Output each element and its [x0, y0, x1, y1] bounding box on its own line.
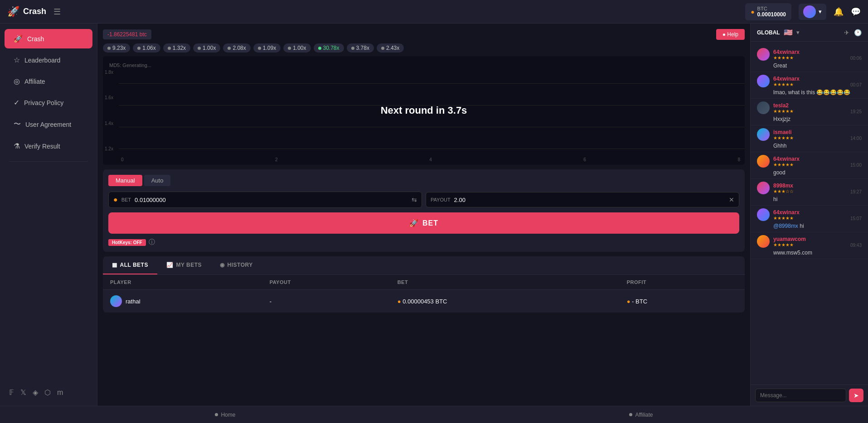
message-header: yuamawcom ★★★★★ 09:43 [757, 235, 862, 248]
grid-line [119, 105, 745, 106]
history-badge[interactable]: 2.43x [377, 43, 404, 53]
message-time: 09:43 [850, 243, 862, 248]
message-header: ismaeli ★★★★★ 14:00 [757, 128, 862, 141]
btc-coin-icon: ● [113, 196, 118, 204]
message-text: Great [757, 62, 862, 69]
bet-arrows-icon[interactable]: ⇆ [412, 196, 417, 203]
footer-dot-icon [215, 413, 218, 416]
player-name: rathal [126, 298, 141, 305]
medium-icon[interactable]: m [57, 389, 63, 397]
history-row: 9.23x1.06x1.32x1.00x2.08x1.09x1.00x30.78… [103, 43, 745, 53]
chat-send-button[interactable]: ➤ [849, 389, 863, 402]
payout-clear-icon[interactable]: ✕ [729, 196, 734, 203]
x-label: 8 [737, 157, 740, 162]
sidebar-item-label: User Agreement [25, 121, 71, 128]
x-label: 0 [121, 157, 124, 162]
player-cell: rathal [103, 290, 262, 313]
sidebar-item-user-agreement[interactable]: 〜 User Agreement [5, 114, 92, 135]
history-badge[interactable]: 1.32x [163, 43, 190, 53]
help-button[interactable]: ● Help [716, 29, 745, 40]
message-username: 64xwinarx [773, 49, 800, 55]
sidebar-item-label: Leaderboard [24, 57, 60, 64]
message-time: 15:00 [850, 163, 862, 168]
instagram-icon[interactable]: ⬡ [44, 388, 51, 397]
sidebar-item-leaderboard[interactable]: ☆ Leaderboard [5, 50, 92, 70]
bet-tabs: Manual Auto [108, 175, 739, 186]
btc-icon: ● [751, 8, 754, 15]
message-text: Ghhh [757, 143, 862, 149]
chat-message-input[interactable] [755, 389, 846, 402]
message-user-info: ismaeli ★★★★★ [773, 129, 794, 140]
logo: 🚀 Crash [7, 6, 46, 18]
chevron-down-icon[interactable]: ▾ [796, 29, 800, 36]
footer-affiliate[interactable]: Affiliate [629, 412, 653, 418]
discord-icon[interactable]: ◈ [33, 388, 38, 397]
bet-button[interactable]: 🚀 BET [108, 212, 739, 234]
message-avatar [757, 182, 770, 194]
clock-icon[interactable]: 🕐 [854, 29, 862, 36]
history-badge[interactable]: 1.06x [133, 43, 160, 53]
bet-input[interactable] [135, 197, 408, 203]
twitter-icon[interactable]: 𝕏 [20, 388, 26, 397]
btc-amount: 0.00010000 [757, 11, 786, 18]
payout-label: PAYOUT [431, 197, 451, 202]
sidebar-item-verify[interactable]: ⚗ Verify Result [5, 136, 92, 156]
hotkeys-badge[interactable]: HotKeys: OFF [108, 239, 146, 246]
bet-button-label: BET [422, 219, 438, 227]
next-round-label: Next round in 3.7s [381, 105, 467, 116]
tab-history-label: HISTORY [228, 262, 253, 268]
history-badge[interactable]: 1.09x [253, 43, 281, 53]
history-badge[interactable]: 3.78x [347, 43, 374, 53]
tab-manual[interactable]: Manual [108, 175, 142, 186]
history-badge[interactable]: 1.00x [283, 43, 310, 53]
chat-toggle-icon[interactable]: 💬 [851, 7, 861, 17]
history-badge[interactable]: 30.78x [314, 43, 344, 53]
notification-bell-icon[interactable]: 🔔 [834, 7, 844, 17]
tab-auto[interactable]: Auto [144, 175, 171, 186]
grid-line [119, 149, 745, 149]
message-username: ismaeli [773, 129, 794, 135]
bet-cell: ● 0.00000453 BTC [390, 290, 620, 313]
sidebar-divider [9, 161, 88, 162]
sidebar-item-affiliate[interactable]: ◎ Affiliate [5, 72, 92, 91]
content-area: -1.86225481 btc ● Help 9.23x1.06x1.32x1.… [97, 24, 750, 406]
y-label: 1.2x [105, 146, 113, 151]
history-badge[interactable]: 1.00x [193, 43, 220, 53]
table-header-row: PLAYER PAYOUT BET PROFIT [103, 275, 745, 290]
game-canvas: MD5: Generating... 1.8x 1.6x 1.4x 1.2x N… [103, 56, 745, 165]
btc-label: BTC [757, 6, 786, 11]
message-stars: ★★★★★ [773, 162, 800, 167]
header-right: ● BTC 0.00010000 ▾ 🔔 💬 [745, 3, 861, 20]
message-user-info: yuamawcom ★★★★★ [773, 236, 806, 247]
info-icon[interactable]: ⓘ [149, 238, 155, 246]
y-label: 1.4x [105, 121, 113, 126]
message-username: yuamawcom [773, 236, 806, 242]
sidebar-item-crash[interactable]: 🚀 Crash [5, 29, 92, 48]
message-username: 64xwinarx [773, 76, 800, 82]
top-header: 🚀 Crash ☰ ● BTC 0.00010000 ▾ 🔔 💬 [0, 0, 868, 24]
tab-my-bets[interactable]: 📈 MY BETS [157, 256, 211, 274]
hamburger-button[interactable]: ☰ [52, 5, 63, 19]
chat-input-area: ➤ [751, 385, 868, 406]
history-badge[interactable]: 2.08x [223, 43, 250, 53]
chevron-down-icon: ▾ [819, 8, 822, 15]
message-text: lmao, what is this 😂😂😂😂😂 [757, 89, 862, 96]
tab-all-bets[interactable]: ▦ ALL BETS [103, 256, 157, 274]
sidebar-item-privacy[interactable]: ✓ Privacy Policy [5, 93, 92, 112]
table-row: rathal - ● 0.00000453 BTC ● - BTC [103, 290, 745, 313]
hotkeys-row: HotKeys: OFF ⓘ [108, 238, 739, 246]
chat-message: 64xwinarx ★★★★★ 00:06 Great [751, 45, 868, 72]
chat-message: 64xwinarx ★★★★★ 00:07 lmao, what is this… [751, 72, 868, 99]
message-avatar [757, 155, 770, 168]
tab-history[interactable]: ◉ HISTORY [211, 256, 262, 274]
send-icon[interactable]: ✈ [844, 29, 849, 36]
message-avatar [757, 101, 770, 114]
payout-input[interactable] [454, 197, 725, 203]
history-badge[interactable]: 9.23x [103, 43, 130, 53]
sidebar-item-label: Privacy Policy [24, 99, 63, 106]
player-avatar [110, 295, 122, 307]
footer-home[interactable]: Home [215, 412, 235, 418]
facebook-icon[interactable]: 𝔽 [9, 388, 14, 397]
chat-message: 64xwinarx ★★★★★ 15:00 good [751, 152, 868, 179]
user-avatar-button[interactable]: ▾ [799, 4, 826, 20]
